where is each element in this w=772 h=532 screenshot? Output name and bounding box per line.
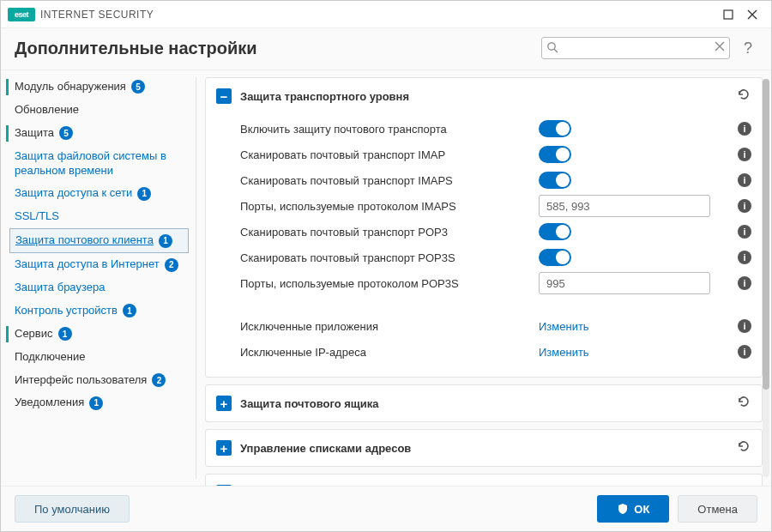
sidebar-item-ui[interactable]: Интерфейс пользователя 2 [1,369,194,392]
undo-icon [736,438,751,454]
toggle-scan-imaps[interactable] [539,172,571,189]
panel-head-transport[interactable]: − Защита транспортного уровня [206,78,762,114]
edit-excluded-apps-link[interactable]: Изменить [539,320,589,333]
info-icon[interactable]: i [738,345,751,359]
revert-button[interactable] [736,438,751,457]
scrollbar-thumb[interactable] [763,79,769,390]
toggle-enable-mail-transport[interactable] [539,120,571,137]
help-button[interactable]: ? [739,39,757,57]
cancel-button[interactable]: Отмена [678,495,757,523]
row-scan-pop3: Сканировать почтовый транспорт POP3 i [240,219,751,245]
shield-icon [617,503,629,515]
clear-icon [715,41,725,51]
sidebar-item-browser-protection[interactable]: Защита браузера [1,276,194,299]
undo-icon [736,87,751,102]
input-ports-pop3s[interactable] [539,272,710,294]
content-area: − Защита транспортного уровня Включить з… [198,70,771,486]
badge: 1 [159,234,172,248]
badge: 2 [152,373,166,387]
badge: 1 [137,187,151,201]
search-icon [546,41,558,56]
revert-button[interactable] [736,483,751,486]
toggle-scan-pop3s[interactable] [539,249,571,266]
row-label: Исключенные IP-адреса [240,346,532,359]
page-header: Дополнительные настройки ? [1,28,771,70]
defaults-button[interactable]: По умолчанию [15,495,130,523]
row-label: Сканировать почтовый транспорт IMAP [240,148,532,161]
row-label: Сканировать почтовый транспорт POP3S [240,251,532,264]
edit-excluded-ips-link[interactable]: Изменить [539,346,589,359]
close-icon [747,9,757,20]
row-label: Исключенные приложения [240,320,532,333]
expand-icon[interactable]: + [216,396,232,411]
panel-head-mailbox[interactable]: + Защита почтового ящика [206,385,762,421]
sidebar-item-realtime-fs[interactable]: Защита файловой системы в реальном време… [1,145,194,183]
row-scan-imaps: Сканировать почтовый транспорт IMAPS i [240,167,751,193]
window-maximize-button[interactable] [716,3,740,27]
panel-threatsense: + ThreatSense [205,474,763,486]
undo-icon [736,483,751,486]
panel-head-threatsense[interactable]: + ThreatSense [206,475,762,486]
badge: 1 [89,396,103,410]
badge: 1 [123,304,136,317]
sidebar-item-mail-client[interactable]: Защита почтового клиента 1 [9,228,189,253]
input-ports-imaps[interactable] [539,195,710,217]
panel-title: Защита транспортного уровня [240,90,727,103]
revert-button[interactable] [736,394,751,413]
page-title: Дополнительные настройки [15,39,257,58]
info-icon[interactable]: i [738,251,751,264]
panel-mailbox-protection: + Защита почтового ящика [205,384,763,422]
row-label: Сканировать почтовый транспорт POP3 [240,226,532,239]
row-label: Порты, используемые протоколом POP3S [240,277,532,290]
badge: 5 [59,126,73,140]
badge: 2 [165,258,178,272]
info-icon[interactable]: i [738,225,751,239]
row-scan-imap: Сканировать почтовый транспорт IMAP i [240,142,751,167]
sidebar-item-ssl-tls[interactable]: SSL/TLS [1,205,194,228]
info-icon[interactable]: i [738,199,751,213]
info-icon[interactable]: i [738,319,751,333]
product-name: INTERNET SECURITY [40,9,154,21]
toggle-scan-pop3[interactable] [539,223,571,240]
panel-head-address-lists[interactable]: + Управление списками адресов [206,430,762,466]
panel-title: Управление списками адресов [240,442,727,455]
sidebar-item-connection[interactable]: Подключение [1,346,194,369]
expand-icon[interactable]: + [216,440,232,456]
info-icon[interactable]: i [738,276,751,290]
sidebar-item-device-control[interactable]: Контроль устройств 1 [1,299,194,323]
ok-button[interactable]: ОК [597,495,669,523]
info-icon[interactable]: i [738,148,751,161]
badge: 1 [58,327,72,341]
row-label: Сканировать почтовый транспорт IMAPS [240,174,532,187]
expand-icon[interactable]: + [216,485,232,486]
badge: 5 [131,80,145,94]
revert-button[interactable] [736,87,751,106]
sidebar-item-update[interactable]: Обновление [1,99,194,122]
info-icon[interactable]: i [738,173,751,187]
svg-point-1 [548,43,555,50]
sidebar-item-network-access[interactable]: Защита доступа к сети 1 [1,182,194,205]
row-ports-pop3s: Порты, используемые протоколом POP3S i [240,270,751,296]
row-label: Включить защиту почтового транспорта [240,123,532,136]
info-icon[interactable]: i [738,122,751,136]
sidebar: Модуль обнаружения 5 Обновление Защита 5… [1,70,194,486]
sidebar-item-protection[interactable]: Защита 5 [1,122,194,145]
toggle-scan-imap[interactable] [539,146,571,163]
panel-address-lists: + Управление списками адресов [205,429,763,467]
sidebar-item-notifications[interactable]: Уведомления 1 [1,391,194,414]
collapse-icon[interactable]: − [216,88,232,104]
search-field-wrap [541,37,730,59]
window-close-button[interactable] [740,3,764,27]
search-clear-button[interactable] [715,41,725,54]
row-excluded-ips: Исключенные IP-адреса Изменить i [240,339,751,365]
search-input[interactable] [541,37,730,59]
sidebar-item-tools[interactable]: Сервис 1 [1,323,194,346]
undo-icon [736,394,751,409]
maximize-icon [723,9,733,20]
sidebar-item-detection-module[interactable]: Модуль обнаружения 5 [1,76,194,99]
brand-logo: eset [8,8,35,21]
scrollbar-track[interactable] [763,79,769,477]
sidebar-item-internet-access[interactable]: Защита доступа в Интернет 2 [1,253,194,276]
title-bar: eset INTERNET SECURITY [1,1,771,28]
panel-title: Защита почтового ящика [240,397,727,410]
